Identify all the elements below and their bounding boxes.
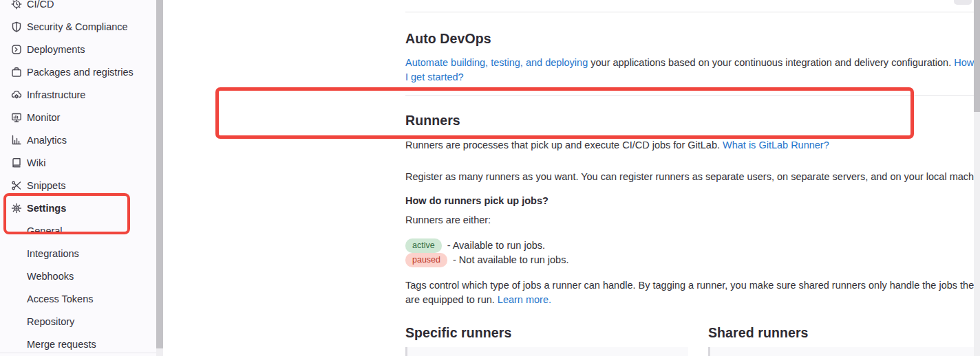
runners-either-text: Runners are either: <box>405 213 980 227</box>
runners-intro-text: Runners are processes that pick up and e… <box>405 140 723 151</box>
shared-runners-heading: Shared runners <box>708 325 809 341</box>
specific-runners-heading: Specific runners <box>405 325 511 341</box>
active-status-badge: active <box>405 238 442 253</box>
sidebar-item-label: CI/CD <box>27 0 54 10</box>
sidebar-item-monitor[interactable]: Monitor <box>0 106 156 129</box>
settings-cicd-content: Auto DevOps Expand Automate building, te… <box>163 0 974 356</box>
sidebar-item-analytics[interactable]: Analytics <box>0 129 156 151</box>
sidebar-item-wiki[interactable]: Wiki <box>0 151 156 174</box>
auto-devops-description-text: your applications based on your continuo… <box>588 57 954 68</box>
sidebar-item-label: Infrastructure <box>27 89 85 100</box>
sidebar-subitem-label: Merge requests <box>27 339 96 350</box>
sidebar-divider <box>0 353 156 353</box>
chart-icon <box>11 135 22 146</box>
paused-badge-row: paused - Not available to run jobs. <box>405 253 568 267</box>
sidebar-subitem-label: Webhooks <box>27 271 74 282</box>
cloud-gear-icon <box>11 89 22 100</box>
section-divider <box>405 95 980 96</box>
sidebar-subitem-repository[interactable]: Repository <box>0 310 156 333</box>
monitor-icon <box>11 112 22 123</box>
section-divider <box>405 12 980 12</box>
auto-devops-description: Automate building, testing, and deployin… <box>405 56 980 85</box>
automate-link[interactable]: Automate building, testing, and deployin… <box>405 57 588 68</box>
scissors-icon <box>11 180 22 191</box>
paused-status-badge: paused <box>405 253 447 267</box>
auto-devops-heading: Auto DevOps <box>405 31 491 47</box>
sidebar-subitem-general[interactable]: General <box>0 219 156 242</box>
sidebar-item-cicd[interactable]: CI/CD <box>0 0 156 15</box>
paused-badge-description: - Not available to run jobs. <box>453 254 568 265</box>
shield-icon <box>11 21 22 32</box>
sidebar-item-packages[interactable]: Packages and registries <box>0 60 156 83</box>
sidebar-item-label: Security & Compliance <box>27 21 128 32</box>
page-scrollbar-thumb[interactable] <box>974 0 980 112</box>
gear-icon <box>11 203 22 214</box>
cicd-icon <box>11 0 22 10</box>
sidebar-item-security-compliance[interactable]: Security & Compliance <box>0 15 156 38</box>
sidebar-item-label: Settings <box>27 203 66 214</box>
active-badge-row: active - Available to run jobs. <box>405 238 545 253</box>
book-icon <box>11 157 22 168</box>
sidebar-item-label: Monitor <box>27 112 60 123</box>
runners-intro: Runners are processes that pick up and e… <box>405 138 980 153</box>
page-scrollbar[interactable] <box>974 0 980 356</box>
sidebar-subitem-label: Repository <box>27 316 74 327</box>
scroll-top-blob <box>954 0 972 5</box>
shared-runners-panel <box>708 347 980 356</box>
sidebar-subitem-label: Integrations <box>27 248 79 259</box>
project-sidebar: CI/CD Security & Compliance Deployments … <box>0 0 156 356</box>
sidebar-subitem-label: General <box>27 225 63 236</box>
sidebar-item-settings[interactable]: Settings <box>0 197 156 219</box>
tags-description: Tags control which type of jobs a runner… <box>405 278 980 307</box>
sidebar-item-infrastructure[interactable]: Infrastructure <box>0 83 156 106</box>
sidebar-subitem-integrations[interactable]: Integrations <box>0 242 156 265</box>
sidebar-subitem-access-tokens[interactable]: Access Tokens <box>0 287 156 310</box>
package-icon <box>11 67 22 78</box>
tags-description-text: Tags control which type of jobs a runner… <box>405 280 979 305</box>
sidebar-subitem-webhooks[interactable]: Webhooks <box>0 265 156 287</box>
sidebar-item-label: Snippets <box>27 180 65 191</box>
sidebar-subitem-label: Access Tokens <box>27 293 93 304</box>
sidebar-item-label: Deployments <box>27 44 85 55</box>
sidebar-item-label: Analytics <box>27 135 67 146</box>
sidebar-scrollbar[interactable] <box>156 0 163 356</box>
pickup-jobs-heading: How do runners pick up jobs? <box>405 194 980 208</box>
sidebar-item-label: Packages and registries <box>27 67 134 78</box>
sidebar-item-label: Wiki <box>27 157 45 168</box>
sidebar-item-snippets[interactable]: Snippets <box>0 174 156 197</box>
active-badge-description: - Available to run jobs. <box>447 240 545 251</box>
what-is-gitlab-runner-link[interactable]: What is GitLab Runner? <box>723 140 829 151</box>
deployments-icon <box>11 44 22 55</box>
runners-heading: Runners <box>405 113 460 129</box>
specific-runners-panel <box>405 347 688 356</box>
learn-more-link[interactable]: Learn more. <box>498 294 551 305</box>
register-runners-text: Register as many runners as you want. Yo… <box>405 170 980 184</box>
sidebar-item-deployments[interactable]: Deployments <box>0 38 156 60</box>
sidebar-nav-list: CI/CD Security & Compliance Deployments … <box>0 0 156 355</box>
sidebar-scrollbar-thumb[interactable] <box>156 0 163 348</box>
